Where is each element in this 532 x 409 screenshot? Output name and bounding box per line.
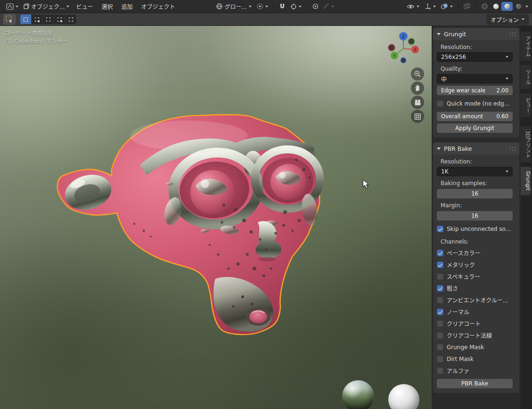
baking-samples-field[interactable]: 16 — [437, 189, 513, 198]
axis-neg-x[interactable] — [388, 44, 395, 51]
visibility-dropdown[interactable] — [404, 3, 422, 10]
shading-material-button[interactable] — [501, 2, 513, 11]
xray-icon — [464, 3, 470, 9]
sidebar-region: Grungit Resolution: 256x256 Quality: 中 E… — [432, 26, 532, 409]
camera-view-button[interactable] — [411, 96, 424, 109]
channel-label: クリアコート法線 — [447, 331, 492, 339]
channel-checkbox[interactable] — [437, 309, 443, 315]
sidebar-tab-view[interactable]: ビュー — [521, 93, 531, 117]
pbr-bake-button[interactable]: PBR Bake — [437, 379, 513, 388]
channel-checkbox[interactable] — [437, 273, 443, 280]
proportional-edit-toggle[interactable] — [310, 2, 321, 10]
select-mode-subtract[interactable] — [43, 15, 54, 24]
channel-checkbox[interactable] — [437, 262, 443, 268]
monkey-model[interactable] — [49, 113, 327, 349]
select-mode-invert[interactable] — [54, 15, 65, 24]
overall-amount-slider[interactable]: Overall amount 0.60 — [437, 112, 513, 121]
channel-checkbox[interactable] — [437, 320, 443, 327]
channel-checkbox[interactable] — [437, 332, 443, 339]
viewport-header: オブジェク... ビュー 選択 追加 オブジェクト グロー... — [0, 0, 532, 13]
active-tool-select-box[interactable] — [3, 14, 16, 25]
slider-value: 2.00 — [496, 87, 508, 94]
gizmos-dropdown[interactable] — [422, 2, 438, 11]
editor-type-button[interactable] — [4, 2, 21, 11]
axis-neg-z[interactable] — [401, 57, 406, 63]
channel-checkbox[interactable] — [437, 297, 443, 303]
menu-select[interactable]: 選択 — [97, 1, 117, 12]
xray-toggle[interactable] — [461, 2, 473, 10]
resolution-value: 256x256 — [441, 54, 506, 60]
menu-view[interactable]: ビュー — [72, 1, 97, 12]
channel-checkbox[interactable] — [437, 250, 443, 256]
quick-mode-checkbox[interactable] — [437, 100, 443, 107]
options-dropdown[interactable]: オプション — [486, 14, 529, 25]
grungit-quality-dropdown[interactable]: 中 — [437, 74, 513, 83]
wireframe-sphere-icon — [481, 3, 488, 10]
select-mode-intersect[interactable] — [65, 15, 76, 24]
snap-toggle[interactable] — [277, 2, 288, 11]
select-intersect-icon — [69, 17, 73, 22]
channel-row-clearcoat-normal: クリアコート法線 — [437, 329, 513, 341]
object-mode-icon — [23, 3, 29, 9]
pivot-point-dropdown[interactable] — [254, 2, 270, 11]
preview-sphere-hdri[interactable] — [342, 380, 374, 409]
menu-add[interactable]: 追加 — [117, 1, 137, 12]
navigation-axis-gizmo[interactable]: Z X Y — [385, 31, 421, 66]
select-mode-extend[interactable] — [32, 15, 42, 24]
samples-value: 16 — [471, 190, 478, 197]
pbr-bake-label: PBR Bake — [461, 380, 488, 387]
grungit-panel-header[interactable]: Grungit — [433, 28, 519, 40]
toggle-ortho-button[interactable] — [411, 110, 424, 123]
sidebar-tab-3dprint[interactable]: 3Dプリント — [521, 126, 531, 163]
proportional-falloff-dropdown[interactable] — [321, 2, 336, 10]
shading-rendered-button[interactable] — [513, 2, 524, 11]
editor-type-icon — [6, 3, 14, 10]
3d-viewport[interactable]: ユーザー・透視投影 (1) Collection | モンキー — [0, 26, 432, 409]
channel-checkbox[interactable] — [437, 356, 443, 362]
channel-checkbox[interactable] — [437, 344, 443, 351]
orientation-dropdown[interactable]: グロー... — [213, 1, 254, 11]
quality-label: Quality: — [441, 65, 512, 72]
pan-button[interactable] — [411, 82, 424, 95]
channel-label: ベースカラー — [447, 249, 480, 257]
sidebar-tab-grungit[interactable]: Grungit — [521, 167, 531, 195]
grungit-panel: Grungit Resolution: 256x256 Quality: 中 E… — [433, 28, 519, 138]
panel-grip-icon[interactable] — [510, 33, 516, 36]
pbr-panel-header[interactable]: PBR Bake — [433, 142, 519, 155]
overlays-dropdown[interactable] — [438, 2, 455, 10]
margin-field[interactable]: 16 — [437, 211, 513, 221]
select-mode-new[interactable] — [20, 15, 31, 24]
edge-wear-scale-slider[interactable]: Edge wear scale 2.00 — [437, 86, 513, 95]
channel-label: ノーマル — [447, 308, 469, 316]
pbr-resolution-dropdown[interactable]: 1K — [437, 167, 513, 176]
slider-label: Overall amount — [441, 113, 483, 120]
resolution-label: Resolution: — [441, 158, 512, 165]
channel-row-alpha: アルファ — [437, 365, 513, 376]
chevron-down-icon — [522, 18, 524, 20]
zoom-button[interactable] — [411, 67, 424, 81]
axis-neg-y[interactable] — [408, 38, 415, 45]
channel-checkbox[interactable] — [437, 368, 443, 374]
orientation-label: グロー... — [225, 2, 247, 10]
active-object-text: (1) Collection | モンキー — [5, 38, 68, 46]
channel-checkbox[interactable] — [437, 285, 443, 292]
proportional-edit-icon — [312, 3, 319, 9]
sidebar-tab-tool[interactable]: ツール — [521, 65, 531, 89]
camera-icon — [414, 99, 422, 106]
pivot-point-icon — [256, 3, 263, 10]
select-invert-icon — [57, 17, 62, 22]
apply-grungit-button[interactable]: Apply Grungit — [437, 123, 513, 133]
solid-sphere-icon — [492, 3, 499, 10]
menu-object[interactable]: オブジェクト — [137, 1, 180, 12]
mode-label: オブジェク... — [31, 2, 65, 10]
grungit-resolution-dropdown[interactable]: 256x256 — [437, 52, 513, 62]
shading-solid-button[interactable] — [490, 2, 501, 11]
mode-selector[interactable]: オブジェク... — [21, 1, 72, 11]
panel-grip-icon[interactable] — [510, 147, 516, 150]
orientation-globe-icon — [216, 3, 223, 10]
channel-label: Dirt Mask — [447, 356, 474, 362]
shading-wireframe-button[interactable] — [479, 2, 490, 11]
sidebar-tab-item[interactable]: アイテム — [521, 32, 531, 61]
snap-with-dropdown[interactable] — [288, 2, 304, 11]
skip-sockets-checkbox[interactable] — [437, 226, 443, 232]
